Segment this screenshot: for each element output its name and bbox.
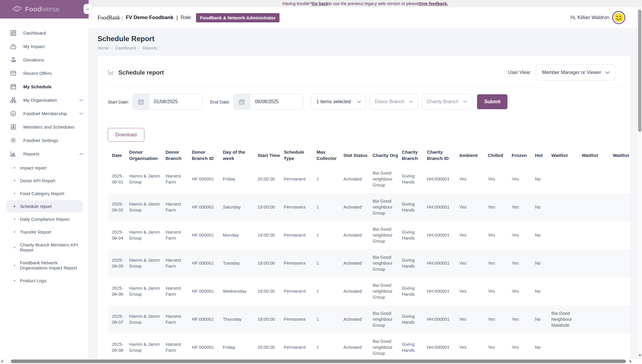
column-header: Frozen [512,145,535,165]
give-feedback-link[interactable]: Give feedback. [419,1,448,6]
chevron-down-icon [79,112,83,115]
vertical-scrollbar-thumb[interactable] [638,10,641,132]
chart-icon [108,69,114,76]
column-header: Max Collector [317,145,343,165]
members-and-schedules-icon [10,124,17,130]
user-view-select[interactable]: Member Manager or Viewer [536,64,615,81]
report-subitem-product-logs[interactable]: Product Logs [6,274,83,287]
table-cell: HF:000001 [192,305,223,333]
table-cell: 1 [317,193,343,221]
table-cell [582,193,613,221]
sidebar-item-foodnet-settings[interactable]: Foodnet Settings [0,134,89,147]
submit-button[interactable]: Submit [477,94,507,109]
table-cell: Harvest Farm [166,333,192,361]
table-cell: No [535,193,551,221]
table-cell: Thursday [223,305,257,333]
report-subitem-label: Charity Branch Members KPI Report [20,242,80,252]
column-header: Charity Branch ID [427,145,459,165]
table-row: 2025-08-07Hamm & Jamm GroupHarvest FarmH… [108,305,631,333]
avatar[interactable] [612,11,625,24]
planet-icon [12,4,22,14]
breadcrumb-item-dashboard[interactable]: Dashboard [115,46,136,50]
sidebar-item-recent-offers[interactable]: Recent Offers [0,67,89,80]
table-cell: Yes [512,165,535,193]
report-subitem-donor-kpi-report[interactable]: Donor KPI Report [6,175,83,187]
table-cell: 2025-08-02 [108,193,129,221]
report-subitem-foodbank-network-organisations-impact-report[interactable]: Foodbank Network Organisations Impact Re… [6,257,83,274]
user-greeting: Hi, Killian Waldron [570,15,609,20]
donor-branch-dropdown[interactable]: Donor Branch [370,94,418,109]
banner-text-middle: to use the previous legacy web version o… [328,1,419,6]
bullet-icon [14,193,15,194]
report-subitem-transfer-report[interactable]: Transfer Report [6,226,83,238]
table-cell [613,305,631,333]
report-subitem-daily-compliance-report[interactable]: Daily Compliance Report [6,213,83,225]
schedule-table-wrap: DateDonor OrganisationDonor BranchDonor … [108,145,631,361]
start-date-input[interactable] [149,94,202,109]
table-cell: Yes [488,277,512,305]
scroll-right-arrow-icon[interactable] [629,360,632,363]
table-cell: Wednesday [223,277,257,305]
table-cell: Harvest Farm [166,165,192,193]
sidebar-item-donations[interactable]: Donations [0,53,89,67]
table-cell: HH:000001 [427,305,459,333]
sidebar-item-label: My Schedule [23,84,52,90]
sidebar-item-members-and-schedules[interactable]: Members and Schedules [0,120,89,134]
sidebar-item-my-schedule[interactable]: My Schedule [0,80,89,93]
table-cell: 2025-08-07 [108,305,129,333]
breadcrumb-item-reports[interactable]: Reports [143,46,157,50]
topbar: FoodBank : FV Demo Foodbank | Role: Food… [89,7,642,28]
report-subitem-impact-report[interactable]: Impact report [6,162,83,174]
table-cell: Hamm & Jamm Group [129,305,166,333]
table-cell [582,249,613,277]
end-date-calendar-icon[interactable] [234,94,250,109]
table-cell: Bia Good neighbour Group [373,277,402,305]
scroll-left-arrow-icon[interactable] [1,360,3,363]
table-cell: Permanent [284,333,317,361]
user-view-value: Member Manager or Viewer [542,70,601,75]
items-selected-dropdown[interactable]: 1 items selected [311,94,366,109]
horizontal-scrollbar[interactable] [0,358,642,364]
table-cell: Yes [459,193,488,221]
report-subitem-schedule-report[interactable]: Schedule report [6,200,83,212]
end-date-input[interactable] [250,94,303,109]
table-cell: Friday [223,333,257,361]
column-header: Date [108,145,129,165]
table-cell: Yes [512,249,535,277]
horizontal-scrollbar-thumb[interactable] [11,360,626,363]
table-cell: Permanent [284,249,317,277]
table-row: 2025-08-06Hamm & Jamm GroupHarvest FarmH… [108,277,631,305]
table-cell: Permanent [284,221,317,249]
go-back-link[interactable]: Go back [312,1,328,6]
table-cell: Activated [343,333,373,361]
table-cell: 2025-08-05 [108,249,129,277]
sidebar-item-reports[interactable]: Reports [0,147,89,161]
table-cell: 1 [317,333,343,361]
table-cell: Yes [488,221,512,249]
table-cell: HH:000001 [427,193,459,221]
breadcrumb-item-home[interactable]: Home [98,46,109,50]
table-cell: Yes [512,193,535,221]
table-cell: Giving Hands [402,305,427,333]
end-date-group [234,94,303,109]
table-cell: No [535,249,551,277]
vertical-scrollbar[interactable] [637,7,642,359]
table-cell: Harvest Farm [166,221,192,249]
download-button[interactable]: Download [108,128,144,142]
charity-branch-dropdown[interactable]: Charity Branch [422,94,472,109]
table-cell: Yes [488,193,512,221]
table-cell: Saturday [223,193,257,221]
items-selected-value: 1 items selected [316,99,351,104]
reports-sublist: Impact reportDonor KPI ReportFood Catego… [0,161,89,287]
sidebar-item-my-organisation[interactable]: My Organisation [0,93,89,107]
sidebar-item-my-impact[interactable]: My Impact [0,40,89,53]
table-cell: Yes [459,165,488,193]
report-subitem-food-category-report[interactable]: Food Category Report [6,187,83,200]
report-subitem-charity-branch-members-kpi-report[interactable]: Charity Branch Members KPI Report [6,239,83,256]
start-date-calendar-icon[interactable] [133,94,149,109]
sidebar-item-foodnet-membership[interactable]: Foodnet Membership [0,107,89,120]
table-cell: 20:00:00 [257,165,284,193]
scroll-down-arrow-icon[interactable] [638,354,641,357]
sidebar-collapse-button[interactable]: « [84,4,92,14]
sidebar-item-dashboard[interactable]: Dashboard [0,26,89,40]
